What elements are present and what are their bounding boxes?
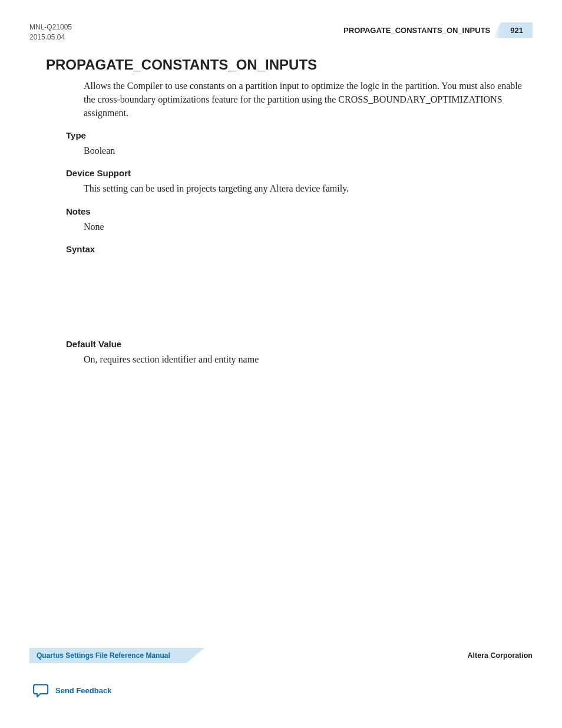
page-title: PROPAGATE_CONSTANTS_ON_INPUTS bbox=[46, 57, 533, 73]
notes-label: Notes bbox=[66, 206, 533, 216]
footer-company: Altera Corporation bbox=[468, 651, 533, 660]
doc-id-block: MNL-Q21005 2015.05.04 bbox=[29, 22, 72, 42]
header-topic: PROPAGATE_CONSTANTS_ON_INPUTS bbox=[343, 26, 490, 35]
type-value: Boolean bbox=[84, 144, 533, 157]
syntax-label: Syntax bbox=[66, 244, 533, 254]
default-value-value: On, requires section identifier and enti… bbox=[84, 353, 533, 366]
footer-manual-title[interactable]: Quartus Settings File Reference Manual bbox=[29, 648, 187, 663]
device-support-value: This setting can be used in projects tar… bbox=[84, 182, 533, 195]
device-support-label: Device Support bbox=[66, 168, 533, 178]
default-value-label: Default Value bbox=[66, 339, 533, 349]
description-text: Allows the Compiler to use constants on … bbox=[84, 79, 533, 120]
syntax-content-area bbox=[29, 258, 533, 328]
footer-bar: Quartus Settings File Reference Manual A… bbox=[29, 648, 533, 663]
page-number: 921 bbox=[501, 22, 533, 38]
send-feedback-label: Send Feedback bbox=[55, 686, 111, 695]
send-feedback-link[interactable]: Send Feedback bbox=[33, 683, 111, 697]
doc-id: MNL-Q21005 bbox=[29, 22, 72, 32]
doc-date: 2015.05.04 bbox=[29, 32, 72, 42]
feedback-icon bbox=[33, 683, 49, 697]
page-header: MNL-Q21005 2015.05.04 PROPAGATE_CONSTANT… bbox=[29, 22, 533, 42]
header-right: PROPAGATE_CONSTANTS_ON_INPUTS 921 bbox=[343, 22, 533, 38]
notes-value: None bbox=[84, 220, 533, 233]
type-label: Type bbox=[66, 130, 533, 140]
